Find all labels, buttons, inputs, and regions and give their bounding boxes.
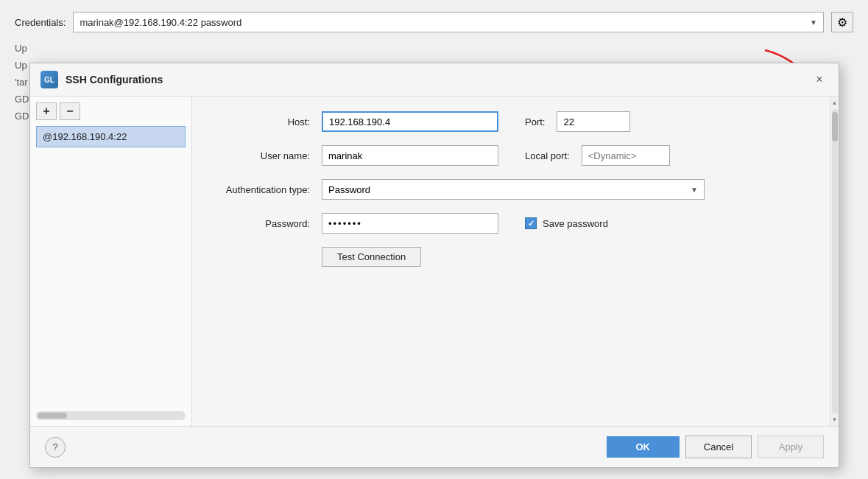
- modal-scrollbar[interactable]: ▲ ▼: [830, 97, 839, 426]
- username-label: User name:: [214, 150, 310, 161]
- scrollbar-track: [832, 109, 838, 413]
- scroll-up-arrow[interactable]: ▲: [830, 98, 839, 108]
- modal-body: + − @192.168.190.4:22 Host: Port: User n…: [30, 97, 839, 426]
- modal-title: SSH Configurations: [66, 74, 803, 85]
- apply-button[interactable]: Apply: [758, 436, 824, 458]
- save-password-label: Save password: [543, 218, 608, 229]
- auth-label: Authentication type:: [214, 184, 310, 195]
- credentials-label: Credentials:: [15, 17, 66, 28]
- scroll-down-arrow[interactable]: ▼: [830, 415, 839, 424]
- credentials-text: marinak@192.168.190.4:22 password: [80, 17, 241, 28]
- ok-button[interactable]: OK: [607, 436, 680, 458]
- password-row: Password: Save password: [214, 213, 808, 234]
- localport-label: Local port:: [525, 150, 570, 161]
- credentials-row: Credentials: marinak@192.168.190.4:22 pa…: [15, 12, 853, 32]
- save-password-checkbox[interactable]: [525, 217, 537, 229]
- auth-type-select[interactable]: Password ▼: [322, 179, 705, 200]
- cancel-button[interactable]: Cancel: [685, 436, 752, 458]
- credentials-select[interactable]: marinak@192.168.190.4:22 password ▼: [73, 12, 824, 32]
- remove-config-button[interactable]: −: [60, 102, 80, 120]
- help-button[interactable]: ?: [45, 437, 66, 458]
- scrollbar-thumb: [38, 413, 67, 419]
- modal-dialog: GL SSH Configurations × + − @192.168.190…: [29, 63, 839, 468]
- test-connection-row: Test Connection: [214, 247, 808, 267]
- username-input[interactable]: [322, 145, 498, 166]
- config-list-item[interactable]: @192.168.190.4:22: [36, 126, 186, 147]
- username-localport-row: User name: Local port:: [214, 145, 808, 166]
- gear-button[interactable]: ⚙: [831, 12, 853, 32]
- host-input[interactable]: [322, 111, 498, 132]
- port-input[interactable]: [557, 111, 630, 132]
- modal-icon: GL: [40, 71, 58, 88]
- credentials-value: marinak@192.168.190.4:22 password: [80, 17, 810, 28]
- left-panel-scrollbar[interactable]: [36, 411, 186, 420]
- auth-row: Authentication type: Password ▼: [214, 179, 808, 200]
- test-connection-button[interactable]: Test Connection: [322, 247, 421, 267]
- auth-type-value: Password: [328, 184, 691, 195]
- modal-footer: ? OK Cancel Apply: [30, 426, 839, 467]
- save-password-row: Save password: [525, 217, 608, 229]
- close-button[interactable]: ×: [811, 71, 828, 88]
- list-item: Up: [15, 41, 853, 55]
- port-label: Port:: [525, 116, 545, 127]
- credentials-dropdown-arrow: ▼: [810, 18, 817, 27]
- host-label: Host:: [214, 116, 310, 127]
- modal-titlebar: GL SSH Configurations ×: [30, 63, 839, 97]
- add-config-button[interactable]: +: [36, 102, 57, 120]
- localport-input[interactable]: [582, 145, 670, 166]
- left-panel-toolbar: + −: [36, 102, 186, 120]
- right-panel: Host: Port: User name: Local port: Authe…: [192, 97, 830, 426]
- host-port-row: Host: Port:: [214, 111, 808, 132]
- auth-dropdown-arrow: ▼: [691, 186, 698, 194]
- password-label: Password:: [214, 218, 310, 229]
- left-panel: + − @192.168.190.4:22: [30, 97, 192, 426]
- password-input[interactable]: [322, 213, 498, 234]
- scrollbar-thumb: [832, 112, 838, 141]
- config-list: @192.168.190.4:22: [36, 126, 186, 408]
